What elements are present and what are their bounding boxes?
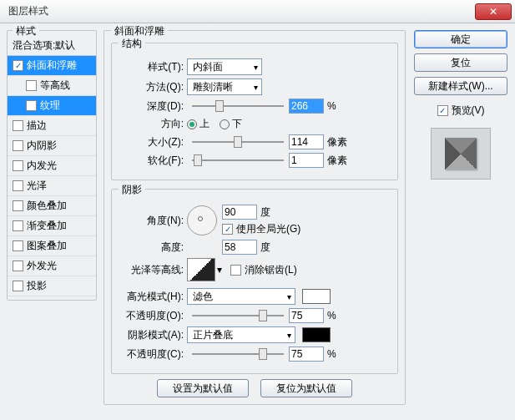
item-pattern-overlay[interactable]: 图案叠加 — [8, 236, 96, 256]
direction-up-radio[interactable] — [187, 119, 197, 129]
technique-dropdown[interactable]: 雕刻清晰▾ — [187, 78, 262, 95]
checkbox-icon[interactable]: ✓ — [13, 60, 23, 71]
shading-title: 阴影 — [119, 183, 145, 197]
sh-opacity-label: 不透明度(C): — [119, 347, 187, 362]
item-inner-shadow[interactable]: 内阴影 — [8, 136, 96, 156]
soften-label: 软化(F): — [119, 154, 187, 168]
chevron-down-icon[interactable]: ▾ — [217, 264, 222, 276]
depth-unit: % — [327, 100, 336, 112]
item-stroke[interactable]: 描边 — [8, 116, 96, 136]
structure-group: 结构 样式(T): 内斜面▾ 方法(Q): 雕刻清晰▾ 深度(D): 266 %… — [111, 43, 398, 180]
technique-label: 方法(Q): — [119, 80, 187, 94]
pyramid-icon — [445, 138, 477, 170]
sh-opacity-slider[interactable] — [192, 348, 284, 360]
checkbox-icon[interactable] — [13, 281, 23, 291]
hl-opacity-input[interactable]: 75 — [289, 308, 324, 323]
ok-button[interactable]: 确定 — [414, 30, 507, 48]
item-contour[interactable]: 等高线 — [8, 76, 96, 96]
soften-slider[interactable] — [192, 154, 284, 166]
styles-header: 样式 — [13, 24, 39, 38]
item-texture[interactable]: 纹理 — [8, 96, 96, 116]
antialias-checkbox[interactable]: 消除锯齿(L) — [230, 263, 297, 277]
checkbox-icon[interactable] — [13, 220, 23, 231]
titlebar: 图层样式 ✕ — [0, 0, 515, 23]
item-satin[interactable]: 光泽 — [8, 176, 96, 196]
altitude-label: 高度: — [119, 240, 187, 255]
reset-default-button[interactable]: 复位为默认值 — [260, 379, 352, 397]
hl-color-swatch[interactable] — [302, 289, 331, 304]
size-input[interactable]: 114 — [289, 134, 324, 149]
sh-color-swatch[interactable] — [302, 327, 331, 342]
cancel-button[interactable]: 复位 — [414, 53, 507, 72]
checkbox-icon[interactable] — [26, 80, 37, 91]
item-inner-glow[interactable]: 内发光 — [8, 156, 96, 176]
style-dropdown[interactable]: 内斜面▾ — [187, 58, 262, 75]
sh-mode-label: 阴影模式(A): — [119, 328, 187, 342]
style-label: 样式(T): — [119, 60, 187, 74]
new-style-button[interactable]: 新建样式(W)... — [414, 77, 507, 95]
chevron-down-icon: ▾ — [287, 292, 291, 301]
checkbox-icon[interactable] — [13, 160, 23, 171]
direction-label: 方向: — [119, 117, 187, 131]
sh-opacity-input[interactable]: 75 — [289, 347, 324, 362]
item-bevel[interactable]: ✓斜面和浮雕 — [8, 56, 96, 76]
item-color-overlay[interactable]: 颜色叠加 — [8, 196, 96, 216]
angle-input[interactable]: 90 — [222, 205, 257, 220]
close-icon: ✕ — [489, 6, 497, 18]
item-outer-glow[interactable]: 外发光 — [8, 256, 96, 276]
hl-opacity-slider[interactable] — [192, 310, 284, 321]
global-light-checkbox[interactable]: ✓使用全局光(G) — [222, 222, 300, 236]
hl-mode-dropdown[interactable]: 滤色▾ — [187, 288, 295, 305]
bevel-group: 斜面和浮雕 结构 样式(T): 内斜面▾ 方法(Q): 雕刻清晰▾ 深度(D):… — [104, 30, 406, 405]
chevron-down-icon: ▾ — [287, 331, 291, 340]
item-drop-shadow[interactable]: 投影 — [8, 276, 96, 296]
blend-options[interactable]: 混合选项:默认 — [8, 36, 96, 56]
checkbox-icon[interactable] — [13, 120, 23, 131]
preview-thumbnail — [431, 128, 491, 180]
checkbox-icon[interactable] — [26, 100, 37, 111]
preview-checkbox[interactable]: ✓预览(V) — [437, 104, 485, 118]
shading-group: 阴影 角度(N): 90 度 ✓使用全局光(G) 高度: 58 — [111, 189, 398, 374]
altitude-input[interactable]: 58 — [222, 240, 257, 255]
hl-opacity-label: 不透明度(O): — [119, 309, 187, 323]
close-button[interactable]: ✕ — [475, 3, 512, 20]
angle-label: 角度(N): — [119, 214, 187, 228]
soften-unit: 像素 — [327, 154, 347, 168]
set-default-button[interactable]: 设置为默认值 — [157, 379, 249, 397]
chevron-down-icon: ▾ — [254, 83, 258, 92]
depth-label: 深度(D): — [119, 99, 187, 114]
checkbox-icon[interactable] — [13, 140, 23, 151]
size-unit: 像素 — [327, 135, 347, 149]
depth-slider[interactable] — [192, 100, 284, 112]
gloss-contour[interactable] — [187, 258, 215, 281]
styles-panel: 样式 混合选项:默认 ✓斜面和浮雕 等高线 纹理 描边 内阴影 内发光 光泽 颜… — [7, 30, 97, 301]
angle-dial[interactable] — [187, 205, 217, 235]
size-label: 大小(Z): — [119, 135, 187, 149]
checkbox-icon[interactable] — [13, 261, 23, 271]
checkbox-icon[interactable] — [13, 180, 23, 191]
gloss-label: 光泽等高线: — [119, 263, 187, 277]
direction-down-radio[interactable] — [220, 119, 230, 129]
size-slider[interactable] — [192, 136, 284, 148]
soften-input[interactable]: 1 — [289, 153, 324, 168]
checkbox-icon[interactable] — [13, 200, 23, 211]
chevron-down-icon: ▾ — [254, 63, 258, 72]
window-title: 图层样式 — [3, 4, 48, 18]
item-gradient-overlay[interactable]: 渐变叠加 — [8, 216, 96, 236]
structure-title: 结构 — [119, 37, 145, 51]
hl-mode-label: 高光模式(H): — [119, 290, 187, 304]
sh-mode-dropdown[interactable]: 正片叠底▾ — [187, 326, 295, 343]
depth-input[interactable]: 266 — [289, 99, 324, 114]
checkbox-icon[interactable] — [13, 240, 23, 251]
